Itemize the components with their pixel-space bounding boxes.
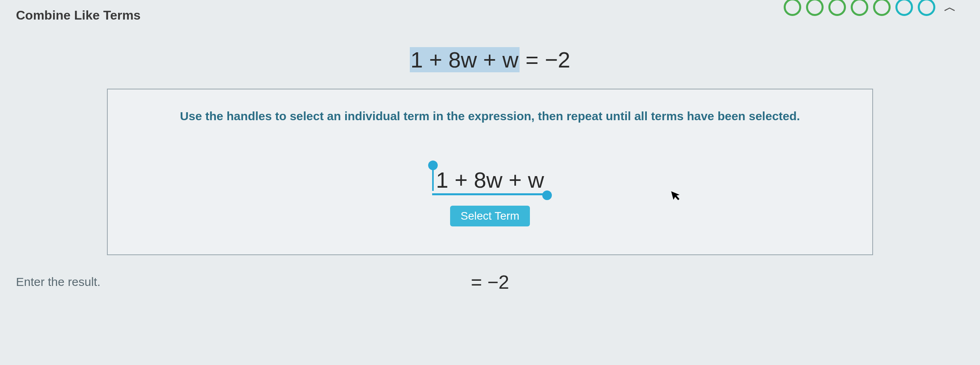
cursor-icon: [670, 188, 683, 205]
header-bar: Combine Like Terms ︿: [0, 0, 980, 23]
expression-text[interactable]: 1 + 8w + w: [434, 167, 547, 193]
page-title: Combine Like Terms: [16, 8, 140, 23]
progress-circle: [784, 0, 801, 16]
progress-indicator: ︿: [784, 0, 964, 16]
progress-circle: [873, 0, 891, 16]
result-equation-rhs: = −2: [471, 271, 509, 293]
work-panel: Use the handles to select an individual …: [107, 89, 873, 255]
footer-area: Enter the result. = −2: [0, 275, 980, 289]
selection-underline: [432, 193, 548, 195]
equation-right-side: = −2: [520, 47, 571, 72]
progress-circle: [895, 0, 913, 16]
progress-circle: [806, 0, 824, 16]
progress-circle: [828, 0, 846, 16]
equation-display: 1 + 8w + w = −2: [0, 47, 980, 73]
progress-circle: [918, 0, 935, 16]
expression-selector[interactable]: 1 + 8w + w: [434, 167, 547, 193]
enter-result-label: Enter the result.: [16, 275, 101, 289]
progress-circle: [851, 0, 868, 16]
equation-text: 1 + 8w + w = −2: [410, 47, 570, 73]
select-term-button[interactable]: Select Term: [450, 206, 530, 226]
selection-handle-right[interactable]: [542, 190, 552, 200]
collapse-chevron-icon[interactable]: ︿: [944, 0, 956, 16]
instruction-text: Use the handles to select an individual …: [124, 109, 856, 123]
equation-left-side: 1 + 8w + w: [410, 47, 520, 72]
